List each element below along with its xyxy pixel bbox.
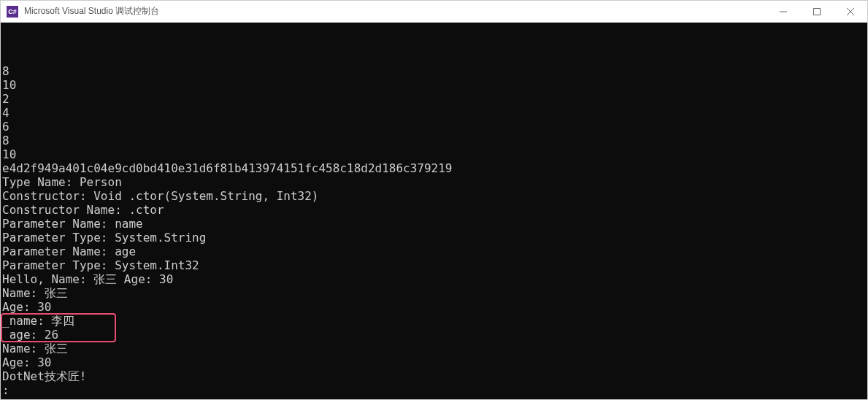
console-line: _age: 26 [2,328,866,342]
console-output[interactable]: 810246810e4d2f949a401c04e9cd0bd410e31d6f… [1,23,867,399]
svg-rect-1 [814,8,821,15]
console-line: Type Name: Person [2,175,866,189]
console-line: Parameter Name: name [2,217,866,231]
console-line: e4d2f949a401c04e9cd0bd410e31d6f81b413974… [2,161,866,175]
console-line: Constructor: Void .ctor(System.String, I… [2,189,866,203]
console-line: : [2,383,866,397]
console-line: Name: 张三 [2,286,866,300]
console-line: Parameter Type: System.Int32 [2,258,866,272]
titlebar[interactable]: C# Microsoft Visual Studio 调试控制台 [1,1,867,23]
console-line: 8 [2,64,866,78]
console-window: C# Microsoft Visual Studio 调试控制台 8102468… [0,0,868,400]
maximize-button[interactable] [800,1,834,22]
minimize-button[interactable] [767,1,800,22]
console-line: _name: 李四 [2,314,866,328]
window-title: Microsoft Visual Studio 调试控制台 [24,5,767,18]
console-line: 10 [2,147,866,161]
console-line: ! [2,397,866,399]
console-line: DotNet技术匠! [2,369,866,383]
console-line: 4 [2,106,866,120]
console-line: 6 [2,120,866,134]
console-line: Constructor Name: .ctor [2,203,866,217]
console-line: 2 [2,92,866,106]
console-line: 8 [2,134,866,147]
console-line: Parameter Name: age [2,245,866,258]
console-line: Parameter Type: System.String [2,231,866,245]
console-line: Age: 30 [2,355,866,369]
close-button[interactable] [834,1,867,22]
app-icon: C# [7,6,18,18]
console-line: Age: 30 [2,300,866,314]
console-line: Hello, Name: 张三 Age: 30 [2,272,866,286]
console-line: Name: 张三 [2,342,866,355]
window-controls [767,1,867,22]
console-line: 10 [2,78,866,92]
